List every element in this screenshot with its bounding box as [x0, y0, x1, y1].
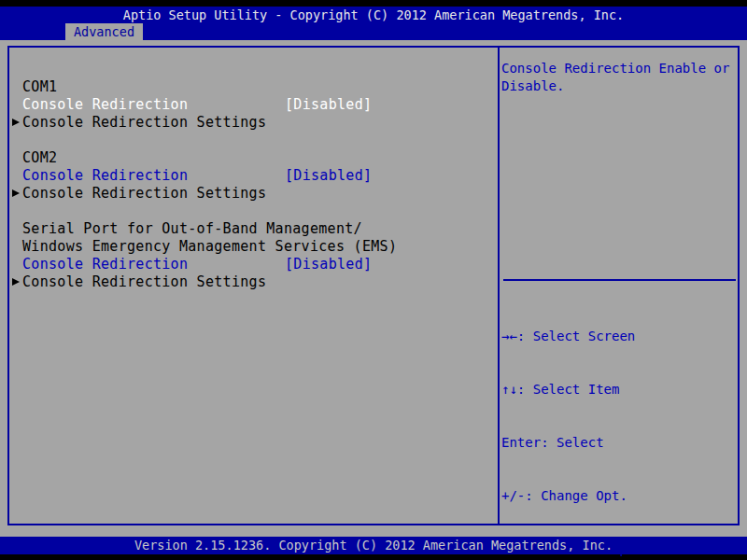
submenu-label: Console Redirection Settings — [22, 185, 266, 203]
submenu-com2-console-redirection-settings[interactable]: Console Redirection Settings — [9, 185, 498, 203]
section-label-com2: COM2 — [9, 149, 498, 167]
submenu-label: Console Redirection Settings — [22, 114, 266, 132]
option-value: [Disabled] — [285, 256, 372, 273]
key-line-select-screen: →←: Select Screen — [501, 328, 736, 345]
section-label-oob-line1: Serial Port for Out-of-Band Management/ — [9, 220, 498, 238]
option-com1-console-redirection[interactable]: Console Redirection [Disabled] — [9, 96, 498, 114]
bios-setup-screen: Aptio Setup Utility - Copyright (C) 2012… — [0, 0, 747, 560]
option-value: [Disabled] — [285, 96, 372, 114]
help-pane: Console Redirection Enable or Disable. →… — [498, 48, 738, 524]
submenu-arrow-icon — [12, 278, 20, 286]
option-ems-console-redirection[interactable]: Console Redirection [Disabled] — [9, 256, 498, 273]
option-value: [Disabled] — [285, 167, 372, 185]
version-bar: Version 2.15.1236. Copyright (C) 2012 Am… — [0, 537, 747, 554]
tab-advanced[interactable]: Advanced — [65, 23, 143, 40]
menu-bar: Advanced — [0, 23, 747, 40]
submenu-label: Console Redirection Settings — [22, 273, 266, 291]
submenu-arrow-icon — [12, 119, 20, 126]
option-label: Console Redirection — [22, 96, 188, 114]
submenu-com1-console-redirection-settings[interactable]: Console Redirection Settings — [9, 114, 498, 132]
option-label: Console Redirection — [22, 167, 188, 185]
section-label-oob-line2: Windows Emergency Management Services (E… — [9, 238, 498, 256]
submenu-arrow-icon — [12, 189, 20, 197]
main-area: COM1 Console Redirection [Disabled] Cons… — [0, 40, 747, 537]
submenu-ems-console-redirection-settings[interactable]: Console Redirection Settings — [9, 273, 498, 291]
settings-pane: COM1 Console Redirection [Disabled] Cons… — [9, 48, 498, 524]
item-help-text: Console Redirection Enable or Disable. — [501, 60, 736, 95]
key-line-enter-select: Enter: Select — [501, 434, 736, 452]
option-label: Console Redirection — [22, 256, 188, 273]
content-box: COM1 Console Redirection [Disabled] Cons… — [7, 46, 740, 525]
key-line-change-opt: +/-: Change Opt. — [501, 487, 736, 505]
title-bar: Aptio Setup Utility - Copyright (C) 2012… — [0, 7, 747, 23]
key-line-select-item: ↑↓: Select Item — [501, 381, 736, 399]
key-legend: →←: Select Screen ↑↓: Select Item Enter:… — [501, 292, 736, 560]
section-label-com1: COM1 — [9, 78, 498, 96]
option-com2-console-redirection[interactable]: Console Redirection [Disabled] — [9, 167, 498, 185]
help-pane-divider — [503, 279, 736, 281]
